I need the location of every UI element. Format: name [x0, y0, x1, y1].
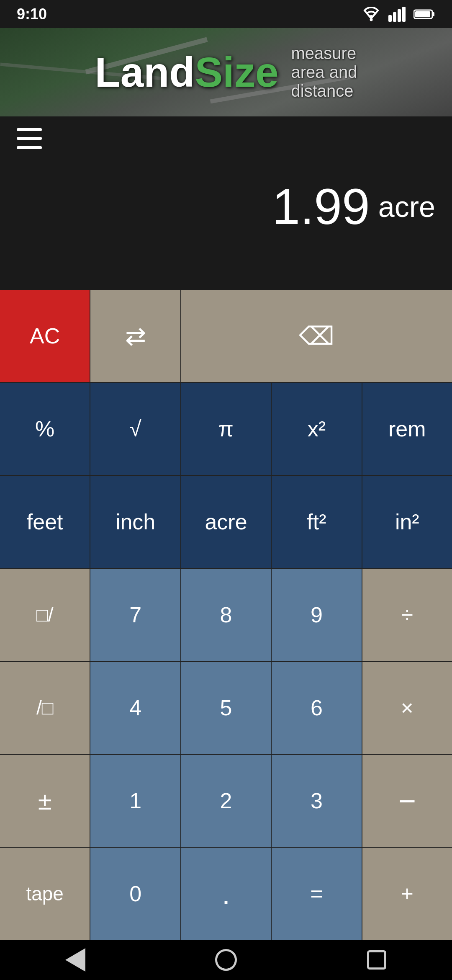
- acre-button[interactable]: acre: [181, 476, 271, 568]
- status-icons: [362, 7, 435, 22]
- divide-button[interactable]: ÷: [362, 569, 452, 661]
- multiply-button[interactable]: ×: [362, 662, 452, 754]
- svg-rect-3: [398, 9, 401, 22]
- ftsq-button[interactable]: ft²: [272, 476, 361, 568]
- inch-button[interactable]: inch: [90, 476, 180, 568]
- signal-icon: [388, 7, 406, 22]
- banner-sub3: distance: [291, 82, 354, 101]
- back-button[interactable]: [59, 943, 92, 977]
- display-value: 1.99: [272, 178, 370, 235]
- three-button[interactable]: 3: [272, 755, 361, 847]
- banner-land: Land: [95, 48, 195, 96]
- svg-rect-1: [388, 15, 392, 22]
- svg-rect-2: [393, 12, 396, 22]
- one-button[interactable]: 1: [90, 755, 180, 847]
- frac-button[interactable]: □/: [0, 569, 90, 661]
- add-button[interactable]: +: [362, 848, 452, 940]
- svg-rect-7: [415, 11, 430, 17]
- bottom-nav: [0, 940, 452, 980]
- home-button[interactable]: [209, 943, 243, 977]
- inv-button[interactable]: /□: [0, 662, 90, 754]
- seven-button[interactable]: 7: [90, 569, 180, 661]
- calc-grid: AC ⇄ ⌫ % √ π x² rem feet inch acre ft² i…: [0, 290, 452, 940]
- svg-rect-6: [432, 12, 434, 16]
- app-banner: Land Size measure area and distance: [0, 28, 452, 116]
- six-button[interactable]: 6: [272, 662, 361, 754]
- time: 9:10: [17, 5, 47, 23]
- insq-button[interactable]: in²: [362, 476, 452, 568]
- calculator-area: AC ⇄ ⌫ % √ π x² rem feet inch acre ft² i…: [0, 290, 452, 940]
- rem-button[interactable]: rem: [362, 383, 452, 475]
- svg-point-0: [370, 18, 373, 21]
- wifi-icon: [362, 7, 381, 22]
- five-button[interactable]: 5: [181, 662, 271, 754]
- percent-button[interactable]: %: [0, 383, 90, 475]
- pi-button[interactable]: π: [181, 383, 271, 475]
- nine-button[interactable]: 9: [272, 569, 361, 661]
- equals-button[interactable]: =: [272, 848, 361, 940]
- feet-button[interactable]: feet: [0, 476, 90, 568]
- eight-button[interactable]: 8: [181, 569, 271, 661]
- two-button[interactable]: 2: [181, 755, 271, 847]
- hamburger-menu[interactable]: [17, 128, 42, 149]
- tape-button[interactable]: tape: [0, 848, 90, 940]
- xsq-button[interactable]: x²: [272, 383, 361, 475]
- backspace-button[interactable]: ⌫: [181, 290, 452, 382]
- status-bar: 9:10: [0, 0, 452, 28]
- sqrt-button[interactable]: √: [90, 383, 180, 475]
- calculator-display: 1.99 acre: [0, 161, 452, 290]
- convert-button[interactable]: ⇄: [90, 290, 180, 382]
- ac-button[interactable]: AC: [0, 290, 90, 382]
- svg-rect-4: [402, 7, 406, 22]
- zero-button[interactable]: 0: [90, 848, 180, 940]
- battery-icon: [413, 8, 435, 20]
- banner-sub2: area and: [291, 63, 357, 82]
- plusminus-button[interactable]: ±: [0, 755, 90, 847]
- recents-button[interactable]: [360, 943, 393, 977]
- banner-sub1: measure: [291, 44, 357, 63]
- subtract-button[interactable]: −: [362, 755, 452, 847]
- banner-size: Size: [195, 48, 278, 96]
- four-button[interactable]: 4: [90, 662, 180, 754]
- display-unit: acre: [378, 178, 435, 224]
- dot-button[interactable]: .: [181, 848, 271, 940]
- nav-bar: [0, 116, 452, 160]
